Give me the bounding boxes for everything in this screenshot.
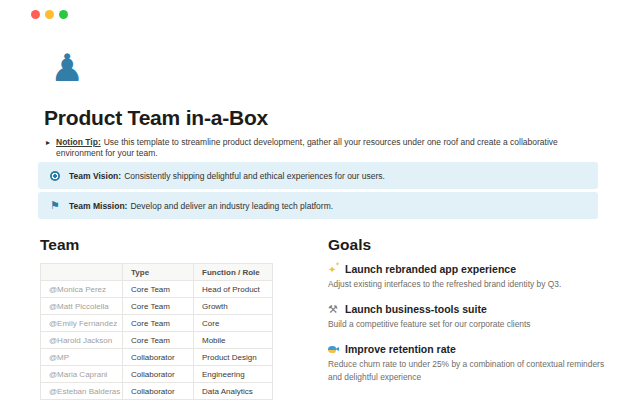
goal-description: Reduce churn rate to under 25% by a comb… xyxy=(328,358,620,382)
page-title: Product Team in-a-Box xyxy=(44,106,268,130)
table-header-type: Type xyxy=(123,264,194,281)
table-header-empty xyxy=(41,264,123,281)
goal-title: Launch rebranded app experience xyxy=(345,263,516,275)
goal-item: Improve retention rate Reduce churn rate… xyxy=(328,343,620,382)
goal-title: Improve retention rate xyxy=(345,343,456,355)
window-controls xyxy=(31,10,68,19)
notion-tip-row: ▸ Notion Tip:Use this template to stream… xyxy=(46,137,606,159)
goal-link[interactable]: ✦ ✦ Launch rebranded app experience xyxy=(328,263,620,275)
type-cell[interactable]: Core Team xyxy=(123,315,194,332)
target-icon xyxy=(50,171,60,181)
table-row: @Maria Caprani Collaborator Engineering xyxy=(41,366,273,383)
type-cell[interactable]: Collaborator xyxy=(123,366,194,383)
hammer-and-wrench-emoji: ⚒ xyxy=(328,304,340,315)
member-mention[interactable]: @MP xyxy=(41,349,123,366)
content-columns: Team Type Function / Role @Monica Perez … xyxy=(40,236,620,400)
goal-item: ⚒ Launch business-tools suite Build a co… xyxy=(328,303,620,330)
role-cell[interactable]: Engineering xyxy=(194,366,273,383)
zoom-window-button[interactable] xyxy=(59,10,68,19)
minimize-window-button[interactable] xyxy=(45,10,54,19)
team-vision-label: Team Vision: xyxy=(69,171,121,181)
team-mission-text: Team Mission:Develop and deliver an indu… xyxy=(69,201,333,211)
table-row: @Matt Piccolella Core Team Growth xyxy=(41,298,273,315)
table-row: @Emily Fernandez Core Team Core xyxy=(41,315,273,332)
notion-tip-label: Notion Tip: xyxy=(56,137,101,147)
close-window-button[interactable] xyxy=(31,10,40,19)
table-row: @Harold Jackson Core Team Mobile xyxy=(41,332,273,349)
type-cell[interactable]: Collaborator xyxy=(123,383,194,400)
notion-tip-text: Notion Tip:Use this template to streamli… xyxy=(56,137,606,159)
member-mention[interactable]: @Maria Caprani xyxy=(41,366,123,383)
role-cell[interactable]: Core xyxy=(194,315,273,332)
table-row: @Esteban Balderas Collaborator Data Anal… xyxy=(41,383,273,400)
type-cell[interactable]: Core Team xyxy=(123,281,194,298)
type-cell[interactable]: Collaborator xyxy=(123,349,194,366)
tropical-fish-emoji xyxy=(328,344,340,355)
member-mention[interactable]: @Emily Fernandez xyxy=(41,315,123,332)
toggle-triangle-icon[interactable]: ▸ xyxy=(46,137,50,148)
pawn-page-icon[interactable]: ♟ xyxy=(50,48,84,88)
team-vision-body: Consistently shipping delightful and eth… xyxy=(124,171,385,181)
goals-heading: Goals xyxy=(328,236,620,254)
table-row: @Monica Perez Core Team Head of Product xyxy=(41,281,273,298)
goal-item: ✦ ✦ Launch rebranded app experience Adju… xyxy=(328,263,620,290)
role-cell[interactable]: Head of Product xyxy=(194,281,273,298)
member-mention[interactable]: @Matt Piccolella xyxy=(41,298,123,315)
flag-icon: ⚑ xyxy=(50,200,60,211)
sparkles-emoji: ✦ ✦ xyxy=(328,264,340,275)
table-row: @MP Collaborator Product Design xyxy=(41,349,273,366)
goal-link[interactable]: Improve retention rate xyxy=(328,343,620,355)
member-mention[interactable]: @Harold Jackson xyxy=(41,332,123,349)
team-vision-text: Team Vision:Consistently shipping deligh… xyxy=(69,171,385,181)
notion-tip-body: Use this template to streamline product … xyxy=(56,137,558,158)
goal-title: Launch business-tools suite xyxy=(345,303,487,315)
type-cell[interactable]: Core Team xyxy=(123,298,194,315)
role-cell[interactable]: Growth xyxy=(194,298,273,315)
member-mention[interactable]: @Esteban Balderas xyxy=(41,383,123,400)
role-cell[interactable]: Data Analytics xyxy=(194,383,273,400)
team-section: Team Type Function / Role @Monica Perez … xyxy=(40,236,272,400)
team-mission-label: Team Mission: xyxy=(69,201,127,211)
goal-description: Adjust existing interfaces to the refres… xyxy=(328,278,620,290)
table-header-row: Type Function / Role xyxy=(41,264,273,281)
team-vision-callout: Team Vision:Consistently shipping deligh… xyxy=(38,162,598,189)
role-cell[interactable]: Mobile xyxy=(194,332,273,349)
member-mention[interactable]: @Monica Perez xyxy=(41,281,123,298)
goal-link[interactable]: ⚒ Launch business-tools suite xyxy=(328,303,620,315)
team-heading: Team xyxy=(40,236,272,254)
team-table: Type Function / Role @Monica Perez Core … xyxy=(40,263,273,400)
team-mission-body: Develop and deliver an industry leading … xyxy=(130,201,333,211)
type-cell[interactable]: Core Team xyxy=(123,332,194,349)
goals-section: Goals ✦ ✦ Launch rebranded app experienc… xyxy=(328,236,620,400)
team-mission-callout: ⚑ Team Mission:Develop and deliver an in… xyxy=(38,192,598,219)
role-cell[interactable]: Product Design xyxy=(194,349,273,366)
table-header-role: Function / Role xyxy=(194,264,273,281)
goal-description: Build a competitive feature set for our … xyxy=(328,318,620,330)
